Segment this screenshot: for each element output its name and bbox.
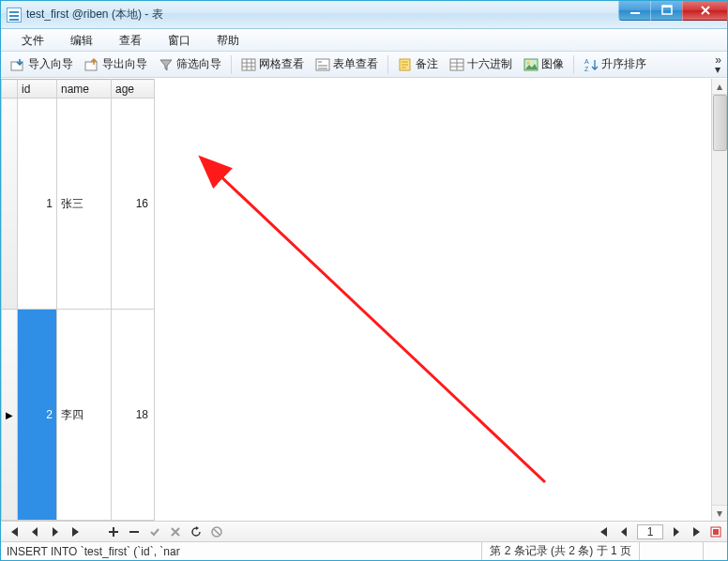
sort-asc-icon: AZ — [584, 57, 599, 72]
nav-right-group: 1 — [596, 524, 721, 539]
memo-label: 备注 — [416, 56, 438, 72]
image-button[interactable]: 图像 — [518, 53, 569, 76]
svg-rect-7 — [318, 61, 322, 63]
nav-add-button[interactable] — [106, 524, 121, 539]
svg-rect-19 — [713, 529, 719, 535]
page-next-button[interactable] — [669, 524, 684, 539]
column-header-age[interactable]: age — [112, 80, 155, 99]
menu-help[interactable]: 帮助 — [204, 29, 252, 52]
grid-view-button[interactable]: 网格查看 — [235, 53, 310, 76]
svg-text:Z: Z — [584, 66, 589, 72]
memo-icon — [398, 57, 413, 72]
data-table[interactable]: id name age 1 张三 16 ▶ 2 李四 18 — [1, 79, 155, 521]
svg-rect-5 — [242, 59, 255, 70]
form-icon — [315, 57, 330, 72]
form-view-button[interactable]: 表单查看 — [310, 53, 384, 76]
memo-button[interactable]: 备注 — [392, 53, 444, 76]
export-wizard-label: 导出向导 — [102, 56, 147, 72]
app-icon — [7, 8, 22, 23]
filter-wizard-button[interactable]: 筛选向导 — [153, 53, 227, 76]
nav-prev-button[interactable] — [27, 524, 42, 539]
image-label: 图像 — [541, 56, 564, 72]
table-row[interactable]: ▶ 2 李四 18 — [2, 310, 155, 521]
grid-area: id name age 1 张三 16 ▶ 2 李四 18 — [1, 78, 727, 521]
hex-icon — [449, 57, 464, 72]
grid-icon — [241, 57, 256, 72]
maximize-button[interactable] — [650, 1, 682, 21]
settings-icon[interactable] — [710, 526, 721, 538]
svg-rect-4 — [85, 62, 97, 70]
toolbar-separator — [387, 55, 388, 74]
status-pane — [639, 542, 695, 560]
filter-wizard-label: 筛选向导 — [176, 56, 221, 72]
scroll-thumb[interactable] — [713, 95, 727, 151]
import-icon — [10, 57, 25, 72]
sort-asc-label: 升序排序 — [601, 56, 646, 72]
record-navigator: 1 — [1, 521, 727, 541]
minimize-icon — [629, 5, 641, 16]
import-wizard-label: 导入向导 — [28, 56, 73, 72]
cell-name[interactable]: 张三 — [57, 99, 112, 310]
maximize-icon — [661, 5, 673, 16]
hex-label: 十六进制 — [467, 56, 512, 72]
svg-point-13 — [527, 61, 530, 64]
page-first-button[interactable] — [596, 524, 611, 539]
menu-file[interactable]: 文件 — [8, 29, 57, 52]
image-icon — [523, 57, 538, 72]
hex-button[interactable]: 十六进制 — [444, 53, 518, 76]
nav-remove-button[interactable] — [127, 524, 142, 539]
nav-apply-button[interactable] — [147, 524, 162, 539]
svg-rect-8 — [318, 65, 327, 67]
svg-rect-2 — [662, 6, 672, 8]
toolbar-separator — [231, 55, 232, 74]
row-marker-header — [2, 80, 18, 99]
toolbar-overflow-button[interactable]: »▾ — [715, 55, 721, 74]
svg-text:A: A — [584, 58, 589, 65]
column-header-name[interactable]: name — [57, 80, 112, 99]
nav-cancel-button[interactable] — [168, 524, 183, 539]
table-row[interactable]: 1 张三 16 — [2, 99, 155, 310]
nav-stop-button[interactable] — [209, 524, 224, 539]
svg-line-16 — [217, 173, 545, 482]
menu-bar: 文件 编辑 查看 窗口 帮助 — [1, 29, 727, 52]
menu-edit[interactable]: 编辑 — [57, 29, 106, 52]
scroll-up-button[interactable]: ▴ — [712, 79, 727, 95]
svg-rect-0 — [630, 12, 640, 14]
nav-refresh-button[interactable] — [189, 524, 204, 539]
row-marker-current: ▶ — [2, 310, 18, 521]
import-wizard-button[interactable]: 导入向导 — [5, 53, 79, 76]
cell-name[interactable]: 李四 — [57, 310, 112, 521]
nav-last-button[interactable] — [68, 524, 83, 539]
minimize-button[interactable] — [618, 1, 650, 21]
nav-next-button[interactable] — [48, 524, 63, 539]
nav-first-button[interactable] — [7, 524, 22, 539]
toolbar-separator — [573, 55, 574, 74]
filter-icon — [159, 57, 174, 72]
cell-age[interactable]: 16 — [112, 99, 155, 310]
column-header-id[interactable]: id — [18, 80, 57, 99]
window-buttons — [618, 1, 727, 21]
page-number-input[interactable]: 1 — [637, 524, 663, 539]
page-last-button[interactable] — [690, 524, 705, 539]
cell-age[interactable]: 18 — [112, 310, 155, 521]
menu-window[interactable]: 窗口 — [155, 29, 204, 52]
close-icon — [699, 5, 712, 16]
status-record-text: 第 2 条记录 (共 2 条) 于 1 页 — [481, 542, 631, 560]
cell-id[interactable]: 1 — [18, 99, 57, 310]
grid-view-label: 网格查看 — [259, 56, 304, 72]
export-wizard-button[interactable]: 导出向导 — [79, 53, 153, 76]
cell-id[interactable]: 2 — [18, 310, 57, 521]
window-title: test_first @riben (本地) - 表 — [26, 7, 163, 23]
status-bar: INSERT INTO `test_first` (`id`, `nar 第 2… — [1, 541, 727, 560]
scroll-down-button[interactable]: ▾ — [712, 505, 727, 521]
menu-view[interactable]: 查看 — [106, 29, 155, 52]
page-prev-button[interactable] — [616, 524, 631, 539]
sort-asc-button[interactable]: AZ 升序排序 — [578, 53, 652, 76]
status-pane — [703, 542, 721, 560]
toolbar: 导入向导 导出向导 筛选向导 网格查看 表单查看 — [1, 52, 727, 78]
row-marker — [2, 99, 18, 310]
vertical-scrollbar[interactable]: ▴ ▾ — [711, 79, 727, 521]
app-window: test_first @riben (本地) - 表 文件 编辑 查看 窗口 帮… — [0, 0, 728, 561]
title-bar: test_first @riben (本地) - 表 — [1, 1, 727, 29]
close-button[interactable] — [682, 1, 727, 21]
